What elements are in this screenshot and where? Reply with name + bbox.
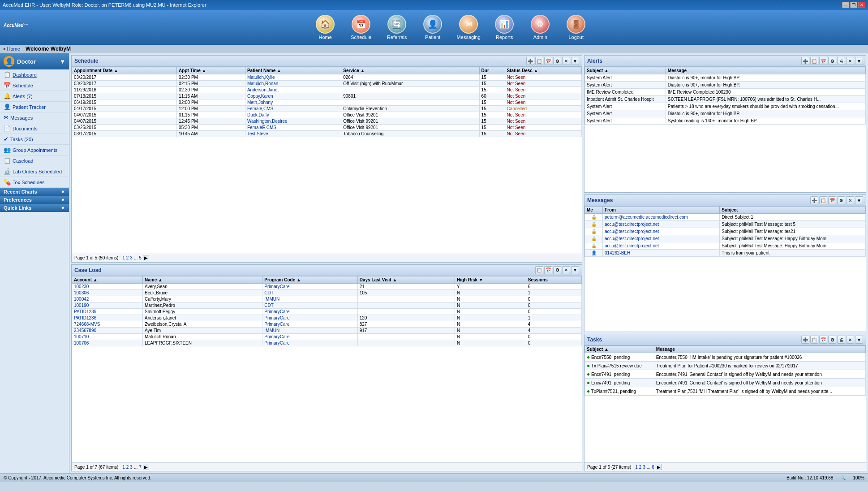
schedule-cell-patient[interactable]: Female,CMS: [245, 106, 341, 112]
table-row[interactable]: 03/20/2017 02:30 PM Matulich,Kylie 0264 …: [72, 74, 582, 81]
schedule-cell-patient[interactable]: Anderson,Janet: [245, 87, 341, 93]
caseload-cell-account[interactable]: 100190: [72, 302, 143, 308]
schedule-copy-tool[interactable]: 📋: [535, 57, 543, 65]
alerts-expand-tool[interactable]: ▼: [855, 57, 863, 65]
tasks-page-3[interactable]: 3: [643, 465, 645, 470]
caseload-close-tool[interactable]: ✕: [562, 266, 570, 274]
caseload-cell-program[interactable]: CDT: [262, 302, 357, 308]
schedule-col-time[interactable]: Appt Time ▲: [177, 67, 245, 74]
msg-row[interactable]: 👤 014262-BEH This is from your patient: [585, 250, 866, 257]
breadcrumb-home-link[interactable]: Home: [7, 46, 20, 52]
table-row[interactable]: 234567890 Aye,Tim IMMUN 917 N 4: [72, 327, 582, 333]
schedule-close-tool[interactable]: ✕: [562, 57, 570, 65]
msg-row[interactable]: 🔒 accu@test.directproject.net Subject: p…: [585, 228, 866, 235]
nav-patient[interactable]: 👤 Patient: [419, 15, 446, 40]
alert-row[interactable]: System Alert Systolic reading is 140+, m…: [585, 117, 866, 125]
nav-schedule[interactable]: 📅 Schedule: [348, 15, 374, 40]
sidebar-item-dashboard[interactable]: 📋 Dashboard: [0, 69, 69, 80]
messages-col-from-addr[interactable]: From: [603, 207, 720, 214]
sidebar-item-tox-schedules[interactable]: 💊 Tox Schedules: [0, 177, 69, 188]
caseload-cell-program[interactable]: PrimaryCare: [262, 315, 357, 321]
minimize-button[interactable]: —: [842, 2, 849, 8]
tasks-col-subject[interactable]: Subject ▲: [585, 346, 654, 353]
alert-row[interactable]: IME Review Completed IME Review Complete…: [585, 89, 866, 96]
sidebar-item-group-appointments[interactable]: 👥 Group Appointments: [0, 145, 69, 155]
caseload-cell-account[interactable]: 100230: [72, 283, 143, 289]
sidebar-item-patient-tracker[interactable]: 👤 Patient Tracker: [0, 102, 69, 112]
schedule-page-1[interactable]: 1: [122, 255, 125, 260]
messages-col-from[interactable]: Me: [585, 207, 603, 214]
schedule-page-3[interactable]: 3: [130, 255, 133, 260]
caseload-settings-tool[interactable]: ⚙: [553, 266, 561, 274]
schedule-col-dur[interactable]: Dur: [479, 67, 505, 74]
schedule-page-5[interactable]: 5: [139, 255, 142, 260]
msg-cell-from[interactable]: accu@test.directproject.net: [603, 235, 720, 242]
schedule-col-date[interactable]: Appointment Date ▲: [72, 67, 177, 74]
sidebar-item-schedule[interactable]: 📅 Schedule: [0, 80, 69, 91]
alerts-col-message[interactable]: Message: [666, 67, 865, 74]
schedule-expand-tool[interactable]: ▼: [571, 57, 579, 65]
table-row[interactable]: 03/25/2015 05:30 PM FemaleE,CMS Office V…: [72, 125, 582, 131]
alerts-calendar-tool[interactable]: 📅: [819, 57, 827, 65]
messages-expand-tool[interactable]: ▼: [855, 196, 863, 204]
caseload-cell-program[interactable]: IMMUN: [262, 296, 357, 302]
alert-row[interactable]: System Alert Patients > 18 who are every…: [585, 103, 866, 110]
alerts-copy-tool[interactable]: 📋: [810, 57, 818, 65]
close-button[interactable]: ✕: [858, 2, 865, 8]
nav-messaging[interactable]: ✉ Messaging: [455, 15, 482, 40]
caseload-cell-account[interactable]: 100306: [72, 289, 143, 296]
alert-row[interactable]: System Alert Diastolic is 90+, monitor f…: [585, 74, 866, 82]
caseload-col-sessions[interactable]: Sessions: [526, 276, 581, 283]
task-row[interactable]: ● TxPlan#7521, pending Treatment Plan,75…: [585, 387, 866, 396]
schedule-col-service[interactable]: Service ▲: [341, 67, 479, 74]
caseload-col-program[interactable]: Program Code ▲: [262, 276, 357, 283]
schedule-cell-patient[interactable]: FemaleE,CMS: [245, 125, 341, 131]
caseload-col-name[interactable]: Name ▲: [142, 276, 262, 283]
table-row[interactable]: 04/17/2015 12:00 PM Female,CMS Chlamydia…: [72, 106, 582, 112]
messages-close-tool[interactable]: ✕: [846, 196, 854, 204]
table-row[interactable]: PATID1239 Smirnoff,Peggy PrimaryCare N 0: [72, 308, 582, 315]
schedule-cell-patient[interactable]: Copay,Karen: [245, 93, 341, 99]
sidebar-section-preferences[interactable]: Preferences ▼: [0, 196, 69, 204]
alerts-close-tool[interactable]: ✕: [846, 57, 854, 65]
caseload-cell-program[interactable]: PrimaryCare: [262, 308, 357, 315]
table-row[interactable]: PATID1236 Anderson,Janet PrimaryCare 120…: [72, 315, 582, 321]
caseload-cell-program[interactable]: PrimaryCare: [262, 340, 357, 346]
schedule-col-status[interactable]: Status Desc ▲: [505, 67, 581, 74]
sidebar-collapse-icon[interactable]: ▼: [60, 58, 65, 65]
table-row[interactable]: 04/07/2015 12:45 PM Washington,Desiree O…: [72, 118, 582, 125]
schedule-cell-patient[interactable]: Washington,Desiree: [245, 118, 341, 125]
sidebar-item-alerts[interactable]: 🔔 Alerts (7): [0, 91, 69, 102]
caseload-col-high-risk[interactable]: High Risk ▼: [455, 276, 526, 283]
caseload-cell-account[interactable]: 100710: [72, 333, 143, 340]
caseload-copy-tool[interactable]: 📋: [535, 266, 543, 274]
msg-row[interactable]: 🔒 accu@test.directproject.net Subject: p…: [585, 235, 866, 242]
tasks-page-6[interactable]: 6: [652, 465, 654, 470]
caseload-cell-program[interactable]: PrimaryCare: [262, 333, 357, 340]
alerts-col-subject[interactable]: Subject ▲: [585, 67, 666, 74]
caseload-cell-program[interactable]: CDT: [262, 289, 357, 296]
table-row[interactable]: 11/29/2016 02:30 PM Anderson,Janet 15 No…: [72, 87, 582, 93]
schedule-cell-patient[interactable]: Test,Steve: [245, 131, 341, 137]
tasks-add-tool[interactable]: ➕: [801, 336, 809, 344]
schedule-cell-patient[interactable]: Duck,Daffy: [245, 112, 341, 118]
msg-cell-from[interactable]: accu@test.directproject.net: [603, 242, 720, 250]
nav-home[interactable]: 🏠 Home: [312, 15, 339, 40]
table-row[interactable]: 06/19/2015 02:00 PM Meth,Johnny 15 Not S…: [72, 99, 582, 106]
msg-cell-from[interactable]: accu@test.directproject.net: [603, 221, 720, 228]
schedule-cell-patient[interactable]: Matulich,Ronan: [245, 81, 341, 87]
msg-cell-from[interactable]: 014262-BEH: [603, 250, 720, 257]
messages-col-subject[interactable]: Subject: [720, 207, 866, 214]
tasks-page-1[interactable]: 1: [635, 465, 638, 470]
table-row[interactable]: 100706 LEAPFROGF,SIXTEEN PrimaryCare N 0: [72, 340, 582, 346]
table-row[interactable]: 07/13/2015 11:15 AM Copay,Karen 90801 60…: [72, 93, 582, 99]
table-row[interactable]: 03/17/2015 10:45 AM Test,Steve Tobacco C…: [72, 131, 582, 137]
alerts-add-tool[interactable]: ➕: [801, 57, 809, 65]
caseload-page-7[interactable]: 7: [139, 465, 142, 470]
schedule-add-tool[interactable]: ➕: [526, 57, 534, 65]
msg-cell-from[interactable]: peterm@accumedic.accumedicdirect.com: [603, 214, 720, 221]
task-row[interactable]: ● Enc#7491, pending Encounter,7491 'Gene…: [585, 370, 866, 379]
restore-button[interactable]: ❐: [850, 2, 857, 8]
caseload-cell-account[interactable]: PATID1239: [72, 308, 143, 315]
table-row[interactable]: 724668-MVS Zweibelson,Crystal A PrimaryC…: [72, 321, 582, 327]
